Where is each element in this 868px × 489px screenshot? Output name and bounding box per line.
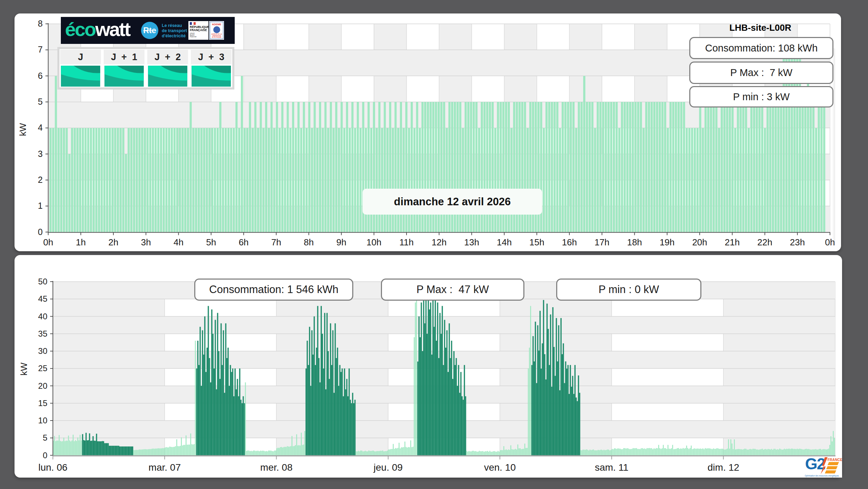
svg-text:9h: 9h (336, 237, 346, 247)
svg-text:50: 50 (38, 277, 47, 286)
svg-text:30: 30 (38, 346, 47, 356)
svg-text:2h: 2h (108, 237, 118, 247)
svg-text:18h: 18h (627, 237, 642, 247)
svg-text:12h: 12h (432, 237, 447, 247)
svg-text:14h: 14h (497, 237, 512, 247)
svg-text:5h: 5h (206, 237, 216, 247)
svg-text:FRANCE: FRANCE (828, 458, 842, 462)
svg-text:0h: 0h (43, 237, 53, 247)
svg-text:2: 2 (38, 175, 43, 185)
svg-text:0: 0 (38, 227, 43, 237)
svg-text:Optimisation des ressources én: Optimisation des ressources énergétiques (805, 474, 839, 477)
svg-text:0h: 0h (825, 237, 835, 247)
svg-text:4: 4 (38, 123, 43, 132)
svg-text:6h: 6h (239, 237, 249, 247)
svg-text:6: 6 (38, 71, 43, 81)
svg-text:13h: 13h (464, 237, 479, 247)
svg-text:ven. 10: ven. 10 (484, 462, 516, 473)
svg-text:20h: 20h (692, 237, 707, 247)
svg-text:8: 8 (38, 19, 43, 28)
svg-text:7h: 7h (271, 237, 281, 247)
svg-text:5: 5 (43, 433, 47, 442)
svg-text:23h: 23h (790, 237, 805, 247)
svg-text:15h: 15h (529, 237, 544, 247)
svg-text:45: 45 (38, 294, 47, 303)
svg-text:0: 0 (43, 451, 47, 460)
svg-text:kW: kW (19, 363, 29, 376)
svg-text:1: 1 (38, 201, 43, 210)
svg-text:5: 5 (38, 97, 43, 106)
svg-text:10: 10 (38, 416, 47, 425)
svg-text:lun. 06: lun. 06 (38, 462, 67, 473)
svg-text:7: 7 (38, 45, 43, 54)
svg-text:35: 35 (38, 329, 47, 338)
svg-text:25: 25 (38, 364, 47, 373)
svg-text:20: 20 (38, 381, 47, 391)
svg-text:17h: 17h (595, 237, 609, 247)
svg-text:22h: 22h (757, 237, 772, 247)
svg-text:16h: 16h (562, 237, 577, 247)
svg-text:40: 40 (38, 312, 47, 321)
svg-text:jeu. 09: jeu. 09 (373, 462, 403, 473)
svg-text:15: 15 (38, 398, 47, 408)
svg-text:3: 3 (38, 149, 43, 159)
svg-text:11h: 11h (399, 237, 413, 247)
svg-text:dim. 12: dim. 12 (708, 462, 739, 473)
svg-text:kW: kW (18, 123, 28, 136)
svg-text:1h: 1h (76, 237, 86, 247)
svg-text:3h: 3h (141, 237, 151, 247)
svg-text:mer. 08: mer. 08 (260, 462, 292, 473)
svg-text:21h: 21h (725, 237, 740, 247)
svg-text:10h: 10h (366, 237, 381, 247)
svg-text:8h: 8h (304, 237, 314, 247)
svg-text:19h: 19h (660, 237, 674, 247)
svg-text:4h: 4h (174, 237, 184, 247)
svg-text:sam. 11: sam. 11 (595, 462, 629, 473)
svg-text:mar. 07: mar. 07 (149, 462, 181, 473)
